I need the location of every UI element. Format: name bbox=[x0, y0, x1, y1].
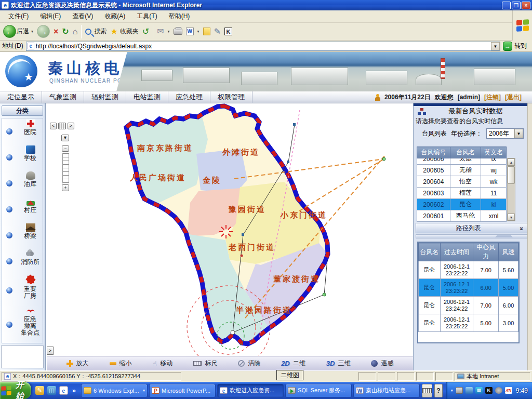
history-button[interactable]: ↺ bbox=[142, 28, 149, 36]
zoom-in-step-button[interactable]: + bbox=[62, 184, 69, 191]
task-ie-active[interactable]: e 欢迎进入应急资... bbox=[217, 384, 284, 397]
remote-sensing-tool[interactable]: 遥感 bbox=[371, 359, 393, 368]
messenger-button[interactable] bbox=[203, 28, 210, 35]
panel-splitter[interactable] bbox=[416, 234, 529, 238]
sidebar-item-hospital[interactable]: 医院 bbox=[2, 118, 43, 144]
stop-button[interactable]: × bbox=[54, 28, 58, 36]
tab-station-monitor[interactable]: 电站监测 bbox=[126, 91, 168, 103]
zoom-out-tool[interactable]: 缩小 bbox=[110, 359, 132, 368]
tray-ati-icon[interactable]: ATi bbox=[505, 387, 512, 394]
col-header[interactable]: 中心风力 bbox=[473, 243, 499, 261]
typhoon-row[interactable]: 200601西马伦xml bbox=[417, 210, 507, 222]
sidebar-item-bridge[interactable]: 桥梁 bbox=[2, 222, 43, 248]
menu-edit[interactable]: 编辑(E) bbox=[35, 10, 66, 22]
task-windows-explorer[interactable]: 6 Windows Expl... ▾ bbox=[81, 384, 148, 397]
quick-launch-overflow-icon[interactable]: » bbox=[71, 387, 77, 394]
map-canvas[interactable]: 南京东路街道 外滩街道 人民广场街道 金陵 豫园街道 小东门街道 老西门街道 董… bbox=[47, 103, 413, 356]
view-3d-tool[interactable]: 3D 三维 bbox=[326, 359, 351, 368]
col-header[interactable]: 英文名 bbox=[481, 147, 507, 158]
quick-launch-pen-icon[interactable]: ✎ bbox=[35, 386, 44, 395]
path-row-selected[interactable]: 昆仑2006-12-1 23:23:22 6.005.00 bbox=[419, 279, 518, 297]
task-sql-server[interactable]: SQL Server 服务... bbox=[285, 384, 352, 397]
zoom-slider[interactable] bbox=[62, 153, 69, 183]
logout-link[interactable]: [注销] bbox=[484, 93, 501, 102]
group-dropdown-icon[interactable]: ▾ bbox=[143, 388, 145, 393]
year-select[interactable]: 2006年 ▼ bbox=[486, 128, 524, 139]
home-button[interactable]: ⌂ bbox=[73, 28, 78, 36]
restore-button[interactable]: ❐ bbox=[512, 2, 521, 9]
collapse-chevron-icon[interactable]: » bbox=[518, 227, 526, 230]
quick-launch-desktop-icon[interactable]: ◫ bbox=[47, 386, 56, 395]
back-button[interactable]: ← 后退 ▾ bbox=[3, 25, 33, 38]
search-button[interactable]: 搜索 bbox=[85, 27, 107, 36]
sidebar-item-village[interactable]: 村庄 bbox=[2, 196, 43, 222]
pan-left-button[interactable]: < bbox=[50, 123, 57, 129]
tab-location-display[interactable]: 定位显示 bbox=[0, 91, 42, 103]
path-row[interactable]: 昆仑2006-12-1 23:25:22 5.003.00 bbox=[419, 314, 518, 332]
mail-button[interactable]: ✉ bbox=[157, 28, 164, 36]
keyboard-language-button[interactable] bbox=[422, 384, 432, 397]
pen-tool-button[interactable]: ✎ bbox=[214, 28, 221, 36]
ruler-tool[interactable]: 标尺 bbox=[193, 359, 217, 368]
tray-kaspersky-icon[interactable]: K bbox=[485, 387, 493, 394]
edit-dropdown-icon[interactable]: ▾ bbox=[197, 29, 200, 34]
year-dropdown-icon[interactable]: ▼ bbox=[514, 129, 523, 138]
menu-favorites[interactable]: 收藏(A) bbox=[99, 10, 130, 22]
tab-permission-mgmt[interactable]: 权限管理 bbox=[210, 91, 252, 103]
col-header[interactable]: 台风名 bbox=[419, 243, 441, 261]
tray-sql-icon[interactable] bbox=[456, 387, 463, 394]
tray-network-icon[interactable] bbox=[466, 387, 473, 394]
sidebar-item-fire-station[interactable]: 消防所 bbox=[2, 248, 43, 274]
forward-button[interactable]: → bbox=[37, 25, 50, 38]
typhoon-row[interactable]: 200604悟空wk bbox=[417, 176, 507, 188]
sidebar-item-oil-depot[interactable]: 油库 bbox=[2, 170, 43, 196]
path-row[interactable]: 昆仑2006-12-1 23:24:22 7.006.00 bbox=[419, 297, 518, 314]
mail-dropdown-icon[interactable]: ▾ bbox=[168, 29, 170, 34]
typhoon-table-scrollbar[interactable]: ▲ ▼ bbox=[507, 158, 515, 221]
col-header[interactable]: 风速 bbox=[499, 243, 518, 261]
exit-link[interactable]: [退出] bbox=[505, 93, 522, 102]
help-language-button[interactable]: ? bbox=[434, 384, 443, 397]
path-list-header[interactable]: 路径列表 » bbox=[416, 223, 529, 233]
menu-file[interactable]: 文件(F) bbox=[3, 10, 34, 22]
back-dropdown-icon[interactable]: ▾ bbox=[31, 29, 33, 34]
window-scrollbar-track[interactable] bbox=[527, 103, 532, 370]
favorites-button[interactable]: ★ 收藏夹 bbox=[110, 27, 138, 36]
col-header[interactable]: 过去时间 bbox=[440, 243, 473, 261]
clear-tool[interactable]: 清除 bbox=[238, 359, 260, 368]
tab-weather-monitor[interactable]: 气象监测 bbox=[42, 91, 84, 103]
zoom-in-tool[interactable]: 放大 bbox=[66, 359, 89, 368]
pan-tool[interactable]: ☝ 移动 bbox=[153, 359, 173, 368]
map-expand-button[interactable]: > bbox=[47, 347, 54, 355]
col-header[interactable]: 台风名 bbox=[450, 147, 481, 158]
address-input[interactable] bbox=[36, 43, 491, 50]
task-powerpoint[interactable]: P Microsoft PowerP... bbox=[149, 384, 216, 397]
scroll-thumb[interactable] bbox=[508, 166, 515, 184]
typhoon-row[interactable]: 200606太虚tx bbox=[417, 158, 507, 165]
category-header[interactable]: 分类 bbox=[2, 105, 43, 116]
print-button[interactable] bbox=[174, 29, 182, 35]
zoom-out-step-button[interactable]: − bbox=[62, 145, 69, 152]
tray-round-icon[interactable] bbox=[495, 387, 502, 394]
address-dropdown-icon[interactable]: ▼ bbox=[491, 42, 500, 50]
menu-tools[interactable]: 工具(T) bbox=[131, 10, 162, 22]
quick-launch-ie-icon[interactable]: e bbox=[59, 386, 68, 395]
task-word[interactable]: W 秦山核电站应急... bbox=[353, 384, 420, 397]
map-area[interactable]: 南京东路街道 外滩街道 人民广场街道 金陵 豫园街道 小东门街道 老西门街道 董… bbox=[47, 103, 413, 370]
view-2d-tool[interactable]: 2D 二维 bbox=[281, 359, 305, 368]
typhoon-row[interactable]: 200605无稽wj bbox=[417, 165, 507, 176]
start-button[interactable]: 开始 bbox=[0, 382, 31, 399]
minimize-button[interactable]: _ bbox=[502, 2, 511, 9]
path-row[interactable]: 昆仑2006-12-1 23:22:22 7.005.60 bbox=[419, 261, 518, 279]
pan-right-button[interactable]: > bbox=[68, 123, 74, 129]
tray-grid-icon[interactable]: ▦ bbox=[475, 387, 483, 394]
kaspersky-button[interactable]: K bbox=[224, 28, 232, 35]
tab-radiation-monitor[interactable]: 辐射监测 bbox=[84, 91, 126, 103]
typhoon-row[interactable]: 200603榴莲11 bbox=[417, 188, 507, 199]
typhoon-row-selected[interactable]: 200602昆仑kl bbox=[417, 199, 507, 210]
menu-help[interactable]: 帮助(H) bbox=[164, 10, 195, 22]
sidebar-item-key-plant[interactable]: 重要 厂房 bbox=[2, 274, 43, 307]
pan-down-button[interactable]: ▼ bbox=[61, 135, 69, 141]
menu-view[interactable]: 查看(V) bbox=[67, 10, 98, 22]
overview-button[interactable] bbox=[58, 123, 66, 129]
